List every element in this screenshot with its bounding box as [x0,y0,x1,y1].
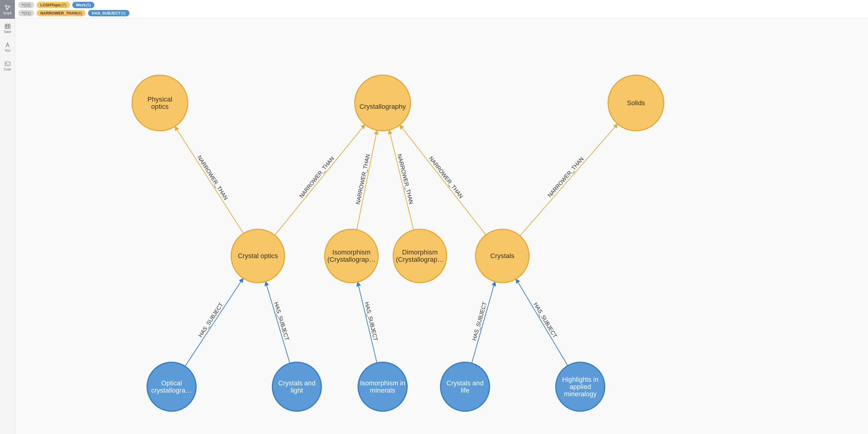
chip-count: (12) [24,3,31,7]
chip-label: HAS_SUBJECT [92,11,120,15]
chip-count: (6) [78,11,82,15]
svg-point-10 [393,229,447,283]
topic-node[interactable]: Physicaloptics [132,75,188,131]
svg-rect-4 [5,62,10,66]
edge-label: NARROWER_THAN [196,155,229,201]
work-node[interactable]: Crystals andlife [441,362,490,411]
sidebar-item-label: Graph [3,11,12,15]
edge-narrower-than[interactable]: NARROWER_THAN [175,126,244,233]
filter-chip[interactable]: NARROWER_THAN(6) [37,10,86,16]
svg-point-9 [325,229,378,283]
chip-label: LCSHTopic [40,3,61,7]
svg-point-5 [132,75,188,131]
sidebar-item-label: Text [4,49,10,52]
sidebar-item-text[interactable]: Text [0,37,15,56]
svg-point-7 [608,75,664,131]
work-node[interactable]: Highlights inappliedmineralogy [556,362,605,411]
edge-narrower-than[interactable]: NARROWER_THAN [389,130,415,230]
chip-count: (7) [61,3,66,7]
edge-narrower-than[interactable]: NARROWER_THAN [400,125,486,235]
svg-point-15 [441,362,490,411]
edge-label: NARROWER_THAN [428,155,465,199]
filter-chip[interactable]: LCSHTopic(7) [37,2,70,8]
topic-node[interactable]: Solids [608,75,664,131]
edge-narrower-than[interactable]: NARROWER_THAN [520,124,618,236]
edge-label: HAS_SUBJECT [532,301,558,339]
topic-node[interactable]: Crystallography [355,75,410,131]
node-label-chips: *(12)LCSHTopic(7)Work(5) [18,2,865,8]
svg-point-8 [231,229,285,283]
svg-point-0 [5,5,7,7]
edge-has-subject[interactable]: HAS_SUBJECT [471,282,495,363]
topic-node[interactable]: Crystal optics [231,229,285,283]
chip-label: Work [76,3,86,7]
sidebar-item-code[interactable]: Code [0,56,15,75]
edge-label: HAS_SUBJECT [197,302,224,338]
sidebar-item-label: Table [4,30,11,34]
edge-label: NARROWER_THAN [546,156,585,199]
edge-narrower-than[interactable]: NARROWER_THAN [275,125,365,235]
edge-has-subject[interactable]: HAS_SUBJECT [266,282,290,363]
topic-node[interactable]: Crystals [476,229,529,283]
edge-label: HAS_SUBJECT [363,301,379,341]
sidebar-item-table[interactable]: Table [0,19,15,37]
chip-label: * [22,3,23,7]
edge-has-subject[interactable]: HAS_SUBJECT [516,279,568,366]
work-node[interactable]: Crystals andlight [273,362,321,411]
svg-point-12 [147,362,196,411]
chip-label: NARROWER_THAN [40,11,77,15]
svg-rect-3 [5,24,10,28]
work-node[interactable]: Opticalcrystallogra… [147,362,196,411]
filter-chip[interactable]: *(11) [18,10,34,16]
svg-point-14 [358,362,407,411]
filter-bar: *(12)LCSHTopic(7)Work(5)*(11)NARROWER_TH… [15,0,868,19]
chip-count: (5) [121,11,126,15]
svg-point-16 [556,362,605,411]
filter-chip[interactable]: HAS_SUBJECT(5) [88,10,129,16]
chip-count: (11) [24,11,31,15]
filter-chip[interactable]: Work(5) [72,2,94,8]
edge-label: NARROWER_THAN [298,155,335,199]
edge-narrower-than[interactable]: NARROWER_THAN [354,130,377,230]
chip-label: * [22,11,23,15]
edge-has-subject[interactable]: HAS_SUBJECT [185,278,243,366]
svg-point-11 [476,229,529,283]
relationship-chips: *(11)NARROWER_THAN(6)HAS_SUBJECT(5) [18,10,865,16]
work-node[interactable]: Isomorphism inminerals [358,362,407,411]
filter-chip[interactable]: *(12) [18,2,34,8]
sidebar-item-graph[interactable]: Graph [0,0,15,19]
edge-label: NARROWER_THAN [354,153,371,205]
graph-canvas[interactable]: NARROWER_THANNARROWER_THANNARROWER_THANN… [15,0,868,434]
edge-has-subject[interactable]: HAS_SUBJECT [358,282,379,363]
svg-point-13 [273,362,321,411]
chip-count: (5) [86,3,91,7]
topic-node[interactable]: Isomorphism(Crystallograp… [325,229,378,283]
view-sidebar: GraphTableTextCode [0,0,15,434]
topic-node[interactable]: Dimorphism(Crystallograp… [393,229,447,283]
svg-point-6 [355,75,410,131]
sidebar-item-label: Code [4,68,11,71]
